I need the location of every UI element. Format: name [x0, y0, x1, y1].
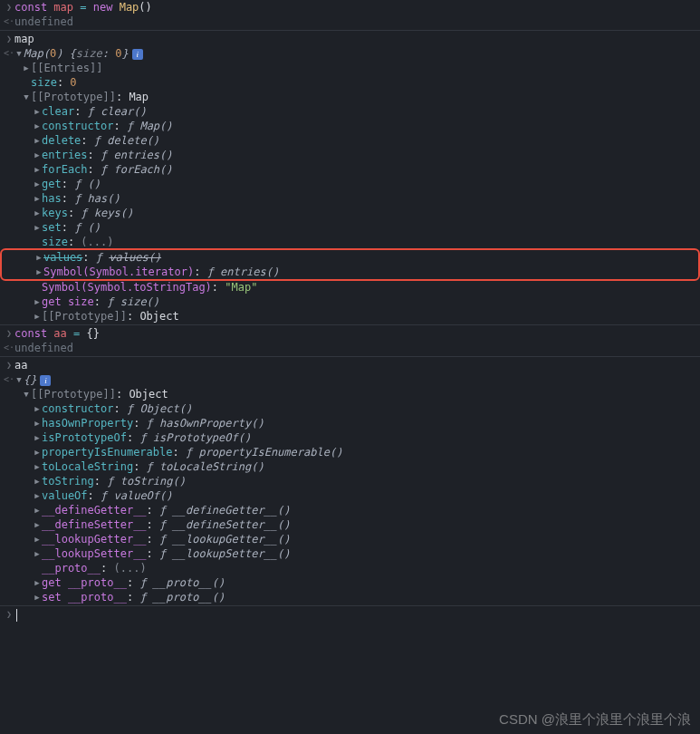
property-row[interactable]: ▶get: ƒ () [0, 177, 700, 191]
symbol-iterator-row[interactable]: ▶ Symbol(Symbol.iterator): ƒ entries() [2, 265, 698, 279]
collapse-toggle[interactable]: ▶ [34, 250, 43, 265]
collapse-toggle[interactable]: ▶ [34, 265, 43, 279]
property-row[interactable]: ▶__lookupSetter__: ƒ __lookupSetter__() [0, 546, 700, 561]
info-icon[interactable]: i [132, 49, 143, 60]
collapse-toggle[interactable]: ▶ [33, 177, 42, 191]
collapse-toggle[interactable]: ▶ [33, 206, 42, 220]
property-row[interactable]: ▶__defineSetter__: ƒ __defineSetter__() [0, 517, 700, 532]
prompt-in-icon: ❯ [4, 0, 14, 14]
expand-toggle[interactable]: ▼ [14, 372, 24, 387]
prop-label: forEach: ƒ forEach() [42, 162, 696, 177]
property-row[interactable]: ▶toString: ƒ toString() [0, 474, 700, 488]
property-row[interactable]: ▶valueOf: ƒ valueOf() [0, 488, 700, 503]
property-row[interactable]: ▶forEach: ƒ forEach() [0, 162, 700, 177]
prototype-row[interactable]: ▼ [[Prototype]]: Map [0, 90, 700, 104]
collapse-toggle[interactable]: ▶ [33, 133, 42, 148]
collapse-toggle[interactable]: ▶ [33, 309, 42, 324]
output-text: undefined [14, 341, 696, 355]
property-row[interactable]: ▶isPrototypeOf: ƒ isPrototypeOf() [0, 430, 700, 445]
console-prompt[interactable]: ❯ [0, 607, 700, 622]
separator [0, 30, 700, 31]
get-size-row[interactable]: ▶ get size: ƒ size() [0, 295, 700, 309]
collapse-toggle[interactable]: ▶ [33, 430, 42, 445]
code-input: const aa = {} [14, 326, 696, 341]
collapse-toggle[interactable]: ▶ [33, 191, 42, 206]
prop-label: values: ƒ values() [43, 250, 695, 265]
prop-label: has: ƒ has() [42, 191, 696, 206]
property-row[interactable]: ▶get __proto__: ƒ __proto__() [0, 575, 700, 590]
watermark: CSDN @浪里个浪里个浪里个浪 [499, 712, 691, 727]
property-row[interactable]: ▶has: ƒ has() [0, 191, 700, 206]
prop-label: get size: ƒ size() [42, 295, 696, 309]
property-row[interactable]: ▶set __proto__: ƒ __proto__() [0, 590, 700, 604]
collapse-toggle[interactable]: ▶ [33, 474, 42, 488]
prop-label: size: (...) [42, 235, 696, 249]
prompt-out-icon: <· [4, 372, 14, 387]
collapse-toggle[interactable]: ▶ [33, 590, 42, 604]
expand-toggle[interactable]: ▼ [14, 46, 24, 61]
values-row[interactable]: ▶ values: ƒ values() [2, 250, 698, 265]
property-row[interactable]: ▶propertyIsEnumerable: ƒ propertyIsEnume… [0, 445, 700, 459]
property-row[interactable]: ▶toLocaleString: ƒ toLocaleString() [0, 459, 700, 474]
collapse-toggle[interactable]: ▶ [22, 61, 31, 75]
input-line-3[interactable]: ❯ const aa = {} [0, 326, 700, 341]
prop-label: toLocaleString: ƒ toLocaleString() [42, 459, 696, 474]
separator [0, 356, 700, 357]
size-prop-row[interactable]: size: (...) [0, 235, 700, 249]
collapse-toggle[interactable]: ▶ [33, 459, 42, 474]
prop-label: __defineGetter__: ƒ __defineGetter__() [42, 503, 696, 517]
expand-toggle[interactable]: ▼ [22, 387, 31, 401]
property-row[interactable]: ▶keys: ƒ keys() [0, 206, 700, 220]
collapse-toggle[interactable]: ▶ [33, 503, 42, 517]
property-row[interactable]: ▶__defineGetter__: ƒ __defineGetter__() [0, 503, 700, 517]
proto-dots-row[interactable]: __proto__: (...) [0, 561, 700, 575]
input-line-2[interactable]: ❯ map [0, 32, 700, 46]
object-summary[interactable]: {}i [24, 372, 696, 387]
collapse-toggle[interactable]: ▶ [33, 575, 42, 590]
collapse-toggle[interactable]: ▶ [33, 532, 42, 546]
collapse-toggle[interactable]: ▶ [33, 445, 42, 459]
property-row[interactable]: ▶entries: ƒ entries() [0, 148, 700, 162]
collapse-toggle[interactable]: ▶ [33, 517, 42, 532]
collapse-toggle[interactable]: ▶ [33, 162, 42, 177]
collapse-toggle[interactable]: ▶ [33, 295, 42, 309]
collapse-toggle[interactable]: ▶ [33, 401, 42, 416]
size-row: size: 0 [0, 75, 700, 90]
prop-label: Symbol(Symbol.iterator): ƒ entries() [43, 265, 695, 279]
property-row[interactable]: ▶clear: ƒ clear() [0, 104, 700, 119]
highlight-box: ▶ values: ƒ values() ▶ Symbol(Symbol.ite… [0, 248, 700, 281]
expand-toggle[interactable]: ▼ [22, 90, 31, 104]
prop-label: constructor: ƒ Object() [42, 401, 696, 416]
input-line-4[interactable]: ❯ aa [0, 358, 700, 372]
collapse-toggle[interactable]: ▶ [33, 416, 42, 430]
entries-row[interactable]: ▶ [[Entries]] [0, 61, 700, 75]
collapse-toggle[interactable]: ▶ [33, 220, 42, 235]
collapse-toggle[interactable]: ▶ [33, 488, 42, 503]
prototype-object-row[interactable]: ▶ [[Prototype]]: Object [0, 309, 700, 324]
prompt-out-icon: <· [4, 14, 14, 29]
collapse-toggle[interactable]: ▶ [33, 148, 42, 162]
output-text: undefined [14, 14, 696, 29]
prompt-in-icon: ❯ [4, 607, 14, 622]
output-line-1: <· undefined [0, 14, 700, 29]
collapse-toggle[interactable]: ▶ [33, 546, 42, 561]
collapse-toggle[interactable]: ▶ [33, 119, 42, 133]
property-row[interactable]: ▶__lookupGetter__: ƒ __lookupGetter__() [0, 532, 700, 546]
property-row[interactable]: ▶constructor: ƒ Map() [0, 119, 700, 133]
prop-label: get: ƒ () [42, 177, 696, 191]
property-row[interactable]: ▶constructor: ƒ Object() [0, 401, 700, 416]
object-summary[interactable]: Map(0) {size: 0}i [24, 46, 696, 61]
property-row[interactable]: ▶delete: ƒ delete() [0, 133, 700, 148]
input-cursor-area[interactable] [14, 607, 696, 622]
collapse-toggle[interactable]: ▶ [33, 104, 42, 119]
output-obj-header: <· ▼ {}i [0, 372, 700, 387]
prop-label: set: ƒ () [42, 220, 696, 235]
property-row[interactable]: ▶hasOwnProperty: ƒ hasOwnProperty() [0, 416, 700, 430]
prop-label: Symbol(Symbol.toStringTag): "Map" [42, 280, 696, 295]
info-icon[interactable]: i [40, 375, 51, 386]
prop-label: __proto__: (...) [42, 561, 696, 575]
property-row[interactable]: ▶set: ƒ () [0, 220, 700, 235]
prototype-row-2[interactable]: ▼ [[Prototype]]: Object [0, 387, 700, 401]
prompt-out-icon: <· [4, 341, 14, 355]
input-line-1[interactable]: ❯ const map = new Map() [0, 0, 700, 14]
